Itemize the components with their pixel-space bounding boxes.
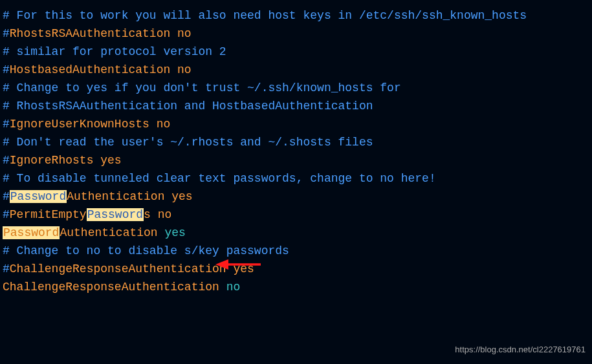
directive: RhostsRSAAuthentication no [10,27,192,40]
directive: s [144,208,151,221]
directive: ChallengeResponseAuthentication yes [10,262,254,275]
directive: ChallengeResponseAuthentication [3,281,226,294]
directive-value: yes [164,226,185,239]
comment-line: # For this to work you will also need ho… [3,6,589,25]
config-line: #PermitEmptyPasswords no [3,206,589,224]
config-line: #IgnoreRhosts yes [3,151,589,169]
watermark-text: https://blog.csdn.net/cl2227619761 [455,341,586,359]
comment-line: # Change to no to disable s/key password… [3,242,589,260]
directive: PermitEmpty [10,208,87,221]
directive-value: no [151,208,171,221]
directive: IgnoreRhosts yes [10,154,122,167]
directive: Authentication [60,226,164,239]
config-line: #HostbasedAuthentication no [3,61,589,79]
directive-value: no [226,281,241,294]
config-line: #PasswordAuthentication yes [3,187,589,206]
search-highlight: Password [10,190,67,203]
config-line-active: PasswordAuthentication yes [3,224,589,242]
config-line: #RhostsRSAAuthentication no [3,25,589,43]
directive: Authentication yes [67,190,192,203]
comment-line: # Don't read the user's ~/.rhosts and ~/… [3,133,589,151]
comment-line: # RhostsRSAAuthentication and HostbasedA… [3,97,589,115]
hash: # [3,262,10,275]
comment-line: # Change to yes if you don't trust ~/.ss… [3,79,589,97]
comment-line: # To disable tunneled clear text passwor… [3,169,589,187]
directive: IgnoreUserKnownHosts no [10,118,170,131]
search-highlight: Password [3,226,60,239]
comment-line: # similar for protocol version 2 [3,43,589,61]
hash: # [3,27,10,40]
hash: # [3,190,10,203]
directive: HostbasedAuthentication no [10,63,192,76]
hash: # [3,63,10,76]
config-line: #IgnoreUserKnownHosts no [3,115,589,133]
search-highlight: Password [87,208,144,221]
config-line-active: ChallengeResponseAuthentication no [3,278,589,296]
hash: # [3,154,10,167]
hash: # [3,208,10,221]
hash: # [3,118,10,131]
config-line: #ChallengeResponseAuthentication yes [3,260,589,278]
config-file-view: # For this to work you will also need ho… [3,6,589,296]
